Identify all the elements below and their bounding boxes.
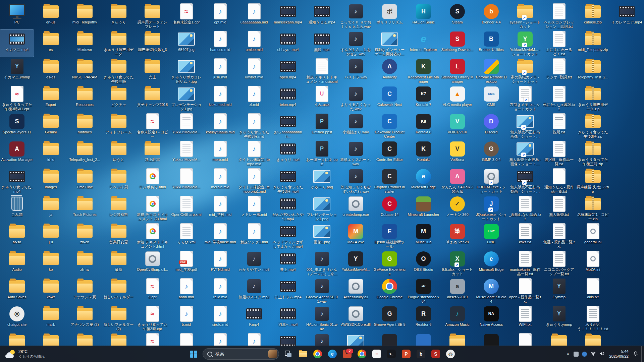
desktop-icon[interactable]: ko-kr <box>34 277 68 304</box>
desktop-icon[interactable]: CController Editor <box>373 139 407 167</box>
desktop-icon[interactable]: 名称未設定1 - コピー.zip <box>576 194 610 222</box>
desktop-icon[interactable]: CCakewalk Product Center <box>373 112 407 139</box>
desktop-icon[interactable]: ♪ <box>203 332 237 346</box>
desktop-icon[interactable]: Uうみ.ustx <box>305 84 339 112</box>
desktop-icon[interactable]: VVOICEVOX <box>440 112 474 139</box>
desktop-icon[interactable]: ♪ずんだもん＿しおかぜふ.wav <box>339 29 373 57</box>
desktop-icon[interactable]: NKSC_PARAM <box>68 57 102 84</box>
desktop-icon[interactable]: ≈ <box>136 332 169 346</box>
desktop-icon[interactable]: midi_Telepathy.zip <box>576 29 610 57</box>
taskbar-app-red-app[interactable]: S <box>429 347 443 361</box>
desktop-icon[interactable]: ♪001_東北きりたん（ノーマル）_今じゃ... <box>305 249 339 277</box>
desktop-icon[interactable]: ありがとう！！！！！！.txt <box>576 304 610 332</box>
desktop-icon[interactable]: AAudacity <box>373 57 407 84</box>
desktop-icon[interactable]: Pおーぼーまにあ.ppsf <box>305 139 339 167</box>
desktop-icon[interactable]: OpenCvSharp.dll... <box>136 249 169 277</box>
desktop-icon[interactable]: ♪HALion Sonic 01.wav <box>305 304 339 332</box>
desktop-icon[interactable]: AWSSDK.Core.dll <box>339 304 373 332</box>
desktop-icon[interactable]: ♪よりうるさくなった.wav <box>339 84 373 112</box>
desktop-icon[interactable]: ♪新規エクスポート.wav <box>339 139 373 167</box>
desktop-icon[interactable]: OpenCvSharp.xml <box>169 194 203 222</box>
desktop-icon[interactable]: Mixdown <box>68 29 102 57</box>
desktop-icon[interactable]: CCubase 14 <box>373 194 407 222</box>
desktop-icon[interactable]: DDiscord <box>474 112 508 139</box>
desktop-icon[interactable]: ♪メドレー風.mid <box>237 194 271 222</box>
desktop-icon[interactable]: J↗JQuake.exe - ショートカット <box>474 194 508 222</box>
desktop-icon[interactable]: きゅうり調声用データ <box>102 29 136 57</box>
desktop-icon[interactable]: general.ini <box>576 222 610 249</box>
desktop-icon[interactable]: 画像1.png <box>305 222 339 249</box>
desktop-icon[interactable] <box>169 332 203 346</box>
desktop-icon[interactable]: Export <box>34 84 68 112</box>
desktop-icon[interactable]: ♪わかりやすい.mp3 <box>237 249 271 277</box>
desktop-icon[interactable]: eMicrosoft Edge <box>474 249 508 277</box>
desktop-icon[interactable]: ♪hamusu.mid <box>203 29 237 57</box>
desktop-icon[interactable]: ↗無人販売不正行為画像 - ショートカッ... <box>508 112 542 139</box>
desktop-icon[interactable]: まにまにわーるど！.txt <box>542 29 576 57</box>
desktop-icon[interactable]: ピクチャ <box>102 84 136 112</box>
desktop-icon[interactable]: ♪新規ソング1.mid <box>237 222 271 249</box>
desktop-icon[interactable]: id-id <box>34 139 68 167</box>
desktop-icon[interactable]: かるーく.png <box>305 167 339 194</box>
desktop-icon[interactable]: Gemini <box>34 112 68 139</box>
desktop-icon[interactable]: es-es <box>34 57 68 84</box>
desktop-icon[interactable]: ♪meroin.mid <box>203 167 237 194</box>
desktop-icon[interactable]: 売上 <box>136 57 169 84</box>
desktop-icon[interactable]: Yきゅうり.ymmp <box>542 304 576 332</box>
desktop-icon[interactable]: eInternet Explorer <box>407 29 440 57</box>
desktop-icon[interactable]: open.mp4 <box>271 57 305 84</box>
desktop-icon[interactable]: aairset2-2019 <box>440 277 474 304</box>
desktop-icon[interactable]: きゅうり <box>102 2 136 29</box>
desktop-icon[interactable]: 選択肢 - 親作品一覧.txt <box>542 139 576 167</box>
taskbar-app-terminal[interactable]: >_ <box>384 347 398 361</box>
desktop-icon[interactable]: VVoiSona <box>440 139 474 167</box>
desktop-icon[interactable]: Telepathy_Inst_2... <box>68 139 102 167</box>
desktop-icon[interactable]: ≈9.cpr <box>136 277 169 304</box>
desktop-icon[interactable]: ニコニコバックアップ一覧.txt <box>542 249 576 277</box>
desktop-icon[interactable] <box>68 332 102 346</box>
desktop-icon[interactable]: ↗無人販売不正行為 - 画像 - ショートカット <box>508 139 542 167</box>
desktop-icon[interactable]: LINELINE <box>474 222 508 249</box>
desktop-icon[interactable]: ♪小銭詰まり.wav <box>339 112 373 139</box>
desktop-icon[interactable]: CMSCMS <box>474 84 508 112</box>
desktop-icon[interactable] <box>373 332 407 346</box>
desktop-icon[interactable]: Audio <box>0 249 34 277</box>
desktop-icon[interactable]: ラジオ_歌詞.txt <box>542 57 576 84</box>
desktop-icon[interactable]: ↗HDDFMT.exe - ショートカット <box>474 167 508 194</box>
desktop-icon[interactable]: LSteinberg Library Manager <box>440 57 474 84</box>
desktop-icon[interactable]: Chrome Remote Desktop <box>474 57 508 84</box>
desktop-icon[interactable]: cubase.zip <box>576 2 610 29</box>
desktop-icon[interactable]: ♪kotusytuaaus.mid <box>203 112 237 139</box>
desktop-icon[interactable]: ヘルスコンプレッション＿歌詞.txt <box>542 2 576 29</box>
desktop-icon[interactable]: en-us <box>34 2 68 29</box>
desktop-icon[interactable]: きゅうり食ってた午後3時.zip <box>576 112 610 139</box>
desktop-icon[interactable]: teion.mp4 <box>271 84 305 112</box>
desktop-icon[interactable]: Auto Saves <box>0 277 34 304</box>
desktop-icon[interactable]: きゅうり調声用データ.zip <box>576 84 610 112</box>
desktop-icon[interactable]: 筆筆まめ Ver.28 <box>440 222 474 249</box>
desktop-icon[interactable]: ♪タイトル未設定, tempo.orig1.mid <box>237 167 271 194</box>
desktop-icon[interactable]: Accessibility.dll <box>339 277 373 304</box>
desktop-icon[interactable]: アナウンス夏 <box>68 277 102 304</box>
start-button[interactable] <box>186 347 201 361</box>
desktop-icon[interactable]: ♪PVTNd.mid <box>203 249 237 277</box>
desktop-icon[interactable] <box>102 332 136 346</box>
show-desktop-button[interactable] <box>641 346 643 362</box>
desktop-icon[interactable]: 無人販売.txt <box>542 194 576 222</box>
desktop-icon[interactable]: ♪jusu.mid <box>203 57 237 84</box>
desktop-icon[interactable]: Aかんたん！AITalk 3 関西風 <box>440 167 474 194</box>
desktop-icon[interactable]: Yイカマニ.ymmp <box>0 57 34 84</box>
desktop-icon[interactable]: es <box>34 29 68 57</box>
desktop-icon[interactable]: ♪ <box>305 332 339 346</box>
desktop-icon[interactable] <box>34 332 68 346</box>
desktop-icon[interactable]: createdump.exe <box>339 194 373 222</box>
taskbar-app-task-view[interactable] <box>281 347 295 361</box>
desktop-icon[interactable]: きゅうり食ってた.mp4 <box>0 167 34 194</box>
desktop-icon[interactable]: ♪b.mid <box>169 304 203 332</box>
desktop-icon[interactable]: WIFI.txt <box>508 304 542 332</box>
desktop-icon[interactable]: きゅうり食ってた午後三時 <box>102 57 136 84</box>
desktop-icon[interactable]: jijii <box>34 222 68 249</box>
desktop-icon[interactable]: ♪こっでｅｈ ｄすおｆｄｓｂぶあ.wav <box>339 2 373 29</box>
desktop-icon[interactable]: 孤独なインディーゲーム開発者の一生... <box>373 29 407 57</box>
desktop-icon[interactable]: PUntitled.ppsf <box>305 112 339 139</box>
